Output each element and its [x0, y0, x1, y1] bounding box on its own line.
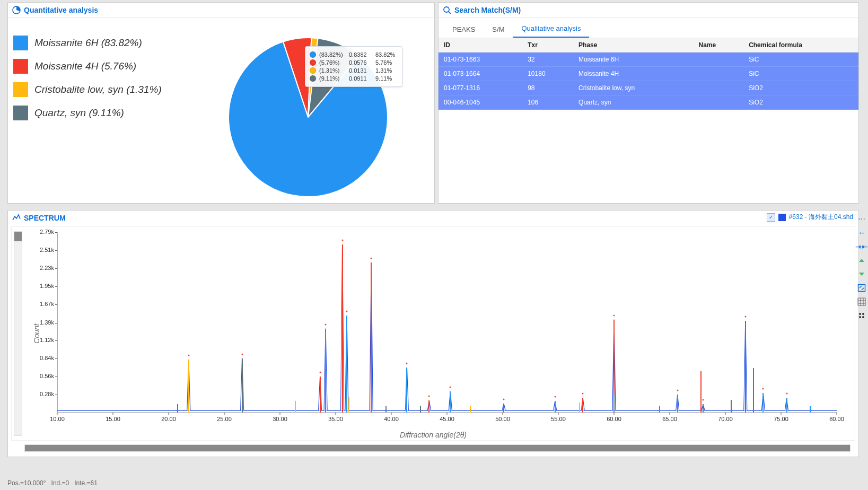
tab-qualitative-analysis[interactable]: Qualitative analysis — [513, 20, 589, 38]
legend-swatch — [13, 106, 28, 120]
legend-label: Moissanite 4H (5.76%) — [34, 60, 136, 72]
cell — [693, 95, 743, 110]
tooltip-row: (5.76%)0.05765.76% — [310, 59, 398, 66]
quant-tooltip: (83.82%)0.838283.82%(5.76%)0.05765.76%(1… — [305, 46, 402, 87]
col-header[interactable]: Name — [693, 38, 743, 52]
x-tick-label: 35.00 — [328, 416, 343, 422]
status-inte: Inte.=61 — [74, 479, 98, 487]
col-header[interactable]: ID — [439, 38, 522, 52]
fullscreen-icon[interactable] — [857, 283, 866, 293]
cell: 10180 — [522, 67, 573, 81]
legend-item[interactable]: Moissanite 6H (83.82%) — [13, 36, 204, 50]
table-row[interactable]: 01-073-166332Moissanite 6HSiC — [439, 52, 858, 67]
legend-swatch — [13, 59, 28, 74]
status-ind: Ind.=0 — [51, 479, 69, 487]
cell: Moissanite 6H — [573, 52, 693, 67]
search-header: Search Match(S/M) — [439, 3, 858, 18]
legend-item[interactable]: Quartz, syn (9.11%) — [13, 106, 204, 120]
tooltip-row: (83.82%)0.838283.82% — [310, 51, 398, 58]
series-color-swatch — [778, 214, 786, 221]
svg-line-2 — [449, 12, 451, 14]
cell: Moissanite 4H — [573, 67, 693, 81]
svg-point-10 — [859, 313, 861, 315]
col-header[interactable]: Phase — [573, 38, 693, 52]
grid-view-icon[interactable] — [857, 297, 866, 307]
x-axis-label: Diffraction angle(2θ) — [400, 431, 467, 439]
four-dots-icon[interactable] — [857, 311, 866, 320]
cell: 98 — [522, 81, 573, 95]
spectrum-panel: SPECTRUM ✓ #632 - 海外黏土04.shd Count 0.28k… — [7, 210, 859, 457]
y-tick-label: 1.39k — [24, 319, 54, 326]
x-tick-label: 10.00 — [50, 416, 65, 422]
vertical-scrollbar[interactable] — [14, 231, 22, 436]
y-tick-label: 0.84k — [24, 355, 54, 361]
x-tick-label: 25.00 — [217, 416, 232, 422]
col-header[interactable]: Chemical formula — [743, 38, 858, 52]
collapse-horizontal-icon[interactable]: ⇥⇤ — [857, 242, 866, 251]
search-match-panel: Search Match(S/M) PEAKSS/MQualitative an… — [438, 2, 859, 204]
tooltip-row: (1.31%)0.01311.31% — [310, 67, 398, 74]
y-tick-label: 1.67k — [24, 301, 54, 307]
vertical-scroll-thumb[interactable] — [14, 232, 22, 241]
y-tick-label: 2.23k — [24, 265, 54, 271]
y-tick-label: 2.51k — [24, 247, 54, 253]
y-tick-label: 1.95k — [24, 283, 54, 289]
spectrum-side-tools: ⋯ ↔ ⇥⇤ — [856, 214, 867, 320]
cell: 01-077-1316 — [439, 81, 522, 95]
col-header[interactable]: Txr — [522, 38, 573, 52]
search-icon — [443, 6, 451, 14]
x-tick-label: 75.00 — [774, 416, 788, 422]
x-tick-label: 70.00 — [718, 416, 733, 422]
expand-horizontal-icon[interactable]: ↔ — [857, 228, 866, 238]
x-tick-label: 80.00 — [829, 416, 844, 422]
cell: 32 — [522, 52, 573, 67]
peak-down-icon[interactable] — [857, 269, 866, 279]
table-row[interactable]: 00-046-1045106Quartz, synSiO2 — [439, 95, 858, 110]
cell — [693, 67, 743, 81]
cell: SiO2 — [743, 81, 858, 95]
peak-up-icon[interactable] — [857, 256, 866, 265]
x-tick-label: 30.00 — [273, 416, 287, 422]
status-pos: Pos.=10.000° — [7, 479, 46, 487]
y-tick-label: 1.12k — [24, 337, 54, 343]
spectrum-title: SPECTRUM — [24, 214, 66, 222]
spectrum-header: SPECTRUM ✓ #632 - 海外黏土04.shd — [8, 211, 858, 225]
cell: SiC — [743, 67, 858, 81]
svg-point-12 — [859, 316, 861, 318]
spectrum-file-toggle[interactable]: ✓ #632 - 海外黏土04.shd — [767, 213, 853, 222]
horizontal-scroll-thumb[interactable] — [25, 445, 850, 451]
more-icon[interactable]: ⋯ — [857, 214, 866, 224]
spectrum-plot[interactable]: 0.28k0.56k0.84k1.12k1.39k1.67k1.95k2.23k… — [57, 232, 837, 413]
y-tick-label: 2.79k — [24, 229, 54, 235]
y-tick-label: 0.56k — [24, 373, 54, 379]
table-row[interactable]: 01-077-131698Cristobalite low, synSiO2 — [439, 81, 858, 95]
cell: SiO2 — [743, 95, 858, 110]
x-tick-label: 20.00 — [161, 416, 176, 422]
spectrum-body: Count 0.28k0.56k0.84k1.12k1.39k1.67k1.95… — [11, 226, 855, 441]
checkbox-icon[interactable]: ✓ — [767, 213, 775, 222]
quant-header: Quantitative analysis — [8, 3, 434, 18]
cell — [693, 81, 743, 95]
quantitative-panel: Quantitative analysis Moissanite 6H (83.… — [7, 2, 435, 204]
table-header-row: IDTxrPhaseNameChemical formula — [439, 38, 858, 52]
x-tick-label: 55.00 — [551, 416, 566, 422]
legend-swatch — [13, 82, 28, 97]
legend-label: Quartz, syn (9.11%) — [34, 107, 124, 119]
tab-peaks[interactable]: PEAKS — [444, 21, 484, 38]
legend-swatch — [13, 36, 28, 50]
x-tick-label: 45.00 — [440, 416, 454, 422]
search-tabs: PEAKSS/MQualitative analysis — [439, 18, 858, 38]
table-row[interactable]: 01-073-166410180Moissanite 4HSiC — [439, 67, 858, 81]
quant-legend: Moissanite 6H (83.82%)Moissanite 4H (5.7… — [13, 27, 204, 129]
pie-icon — [12, 6, 21, 14]
search-title: Search Match(S/M) — [454, 6, 521, 14]
tab-s-m[interactable]: S/M — [484, 21, 513, 38]
search-table: IDTxrPhaseNameChemical formula 01-073-16… — [439, 38, 858, 110]
cell: 106 — [522, 95, 573, 110]
cell: 00-046-1045 — [439, 95, 522, 110]
legend-item[interactable]: Cristobalite low, syn (1.31%) — [13, 82, 204, 97]
legend-item[interactable]: Moissanite 4H (5.76%) — [13, 59, 204, 74]
svg-rect-5 — [858, 298, 865, 305]
legend-label: Moissanite 6H (83.82%) — [34, 37, 142, 49]
horizontal-scrollbar[interactable] — [24, 444, 851, 452]
